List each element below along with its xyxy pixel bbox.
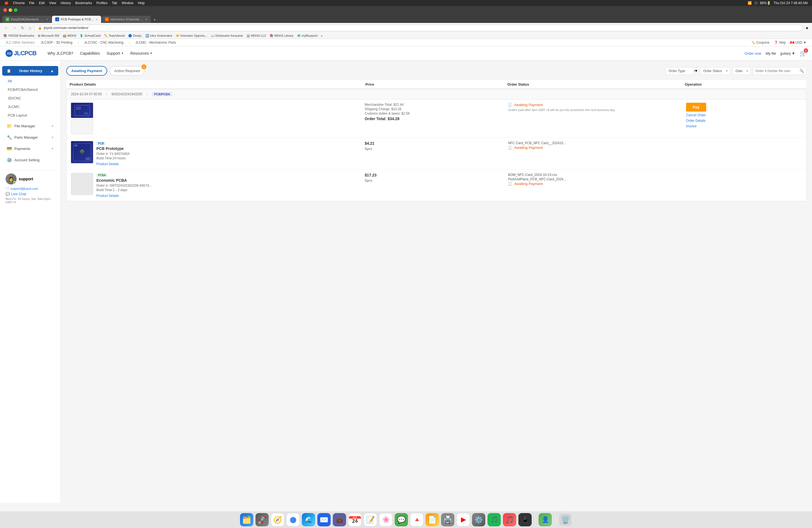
- order-number: W202410241943255: [112, 92, 142, 96]
- tab-electronics[interactable]: ⚡ electronics (Channel) - Hack... ✕: [102, 16, 151, 23]
- pcb-row: 🌳 PCB PCB Prototype Order #: Y1-8457440A…: [71, 141, 802, 166]
- help-link[interactable]: ❓ Help: [774, 41, 786, 44]
- nav-resources[interactable]: Resources ▼: [130, 47, 153, 60]
- tab-easyeda[interactable]: E EasyEDA(Standard) - A Simp... ✕: [2, 16, 52, 23]
- pcba-product-details-link[interactable]: Product Details: [97, 194, 119, 198]
- sub-item-pcba: PCBA Economic PCBA Order #: SMT024102362…: [67, 169, 806, 201]
- sidebar-item-filemanager[interactable]: 📁 File Manager ▼: [2, 121, 58, 131]
- main-content: Awaiting Payment Action Required 1 Order…: [61, 60, 812, 503]
- view-menu[interactable]: View: [49, 1, 56, 5]
- nav-capabilities[interactable]: Capabilities: [80, 47, 100, 60]
- order-status-col: 🧾 Awaiting Payment Orders paid after 6pm…: [508, 103, 682, 112]
- order-status-filter[interactable]: Order Status: [700, 67, 730, 75]
- support-email-link[interactable]: ✉️ support@jlcpcb.com: [5, 187, 55, 190]
- bookmark-volunteer[interactable]: 🤝 Volunteer Opportu...: [176, 34, 208, 38]
- jlcpcb-logo[interactable]: J@ JLCPCB: [5, 46, 37, 60]
- back-button[interactable]: ←: [3, 25, 10, 31]
- status-payment-icon: 🧾: [508, 103, 512, 107]
- new-tab-button[interactable]: +: [151, 16, 158, 23]
- sidebar-item-all[interactable]: All: [0, 77, 60, 85]
- history-menu[interactable]: History: [61, 1, 71, 5]
- tab-close-easyeda[interactable]: ✕: [46, 18, 48, 21]
- coupons-link[interactable]: 🏷️ Coupons: [751, 41, 769, 44]
- cart-button[interactable]: 🛒 0: [800, 50, 807, 57]
- sidebar-item-partsmanager[interactable]: 🔧 Parts Manager ▼: [2, 132, 58, 143]
- merchandise-total: Merchandise Total: $21.44: [365, 103, 504, 107]
- sidebar-order-history[interactable]: 📋 Order History ▲: [2, 66, 58, 76]
- bookmark-mdhsllc[interactable]: 🏢 MDHS LLC: [246, 34, 266, 38]
- profiles-menu[interactable]: Profiles: [97, 1, 107, 5]
- tab-close-electronics[interactable]: ✕: [145, 18, 147, 21]
- nav-support[interactable]: Support ▼: [106, 47, 124, 60]
- bookmarks-menu[interactable]: Bookmarks: [75, 1, 92, 5]
- sidebar-item-accountsetting[interactable]: ⚙️ Account Setting: [2, 155, 58, 165]
- tab-awaiting-payment[interactable]: Awaiting Payment: [66, 66, 107, 76]
- sidebar-item-pcb[interactable]: PCB/PCBA/Stencil: [0, 85, 60, 94]
- apple-menu[interactable]: 🍎: [4, 1, 9, 5]
- date-filter[interactable]: Date: [733, 67, 751, 75]
- pcb-type-badge: PCB: [97, 142, 105, 145]
- pcba-product-name: Economic PCBA: [97, 178, 360, 182]
- tab-close-jlcpcb[interactable]: ✕: [96, 18, 98, 21]
- bookmark-schoolcash[interactable]: 💲 SchoolCash: [79, 34, 101, 38]
- bookmark-m365[interactable]: ⊞ Microsoft 365: [38, 34, 59, 38]
- service-jlcmc[interactable]: JLCMC - Mechatronic Parts: [135, 41, 176, 44]
- home-button[interactable]: ⌂: [28, 25, 32, 31]
- pcb-product-details-link[interactable]: Product Details: [97, 162, 119, 166]
- help-menu[interactable]: Help: [138, 1, 145, 5]
- bookmark-star-icon[interactable]: ★: [806, 26, 809, 30]
- support-hours: Mon-Fri: 24 hours, Sat: 9am-6pm, GMT+8: [5, 197, 55, 204]
- pcba-product-info: PCBA Economic PCBA Order #: SMT024102362…: [97, 173, 360, 198]
- close-window-button[interactable]: [3, 8, 7, 12]
- sidebar-item-jlcmc[interactable]: JLCMC: [0, 102, 60, 111]
- bookmark-utex[interactable]: 🔤 Utex Grammaire: [145, 34, 172, 38]
- pcba-status-files1: BOM_NFC-Card_2024-10-23.csv: [508, 173, 682, 177]
- maximize-window-button[interactable]: [14, 8, 17, 12]
- order-filter-bar: Awaiting Payment Action Required 1 Order…: [66, 66, 807, 76]
- service-cnc[interactable]: JLCCNC - CNC Machining: [84, 41, 124, 44]
- window-menu[interactable]: Window: [121, 1, 133, 5]
- order-details-link[interactable]: Order Details: [686, 119, 706, 122]
- url-bar[interactable]: 🔒 jlcpcb.com/user-center/orders/: [34, 25, 803, 31]
- bookmark-mdhslib[interactable]: 📚 MDHS Library: [270, 34, 293, 38]
- service-label: JLC Other Services:: [5, 41, 35, 44]
- tab-jlcpcb[interactable]: J PCB Prototype & PCB Fabric... ✕: [52, 16, 101, 23]
- nav-why-jlcpcb[interactable]: Why JLCPCB?: [47, 47, 73, 60]
- tab-menu[interactable]: Tab: [112, 1, 117, 5]
- product-placeholder: [71, 119, 93, 134]
- th-price: Price: [365, 82, 507, 86]
- bookmark-dict[interactable]: 📖 Dictionaire française: [211, 34, 243, 38]
- bookmark-mybp[interactable]: 🗺️ myBlueprint: [297, 34, 318, 38]
- reload-button[interactable]: ↻: [20, 25, 25, 31]
- minimize-window-button[interactable]: [9, 8, 12, 12]
- bookmark-yrdsb[interactable]: 📚 YRDSB Bookmarks: [3, 34, 34, 38]
- order-search-input[interactable]: [755, 69, 800, 73]
- user-menu-button[interactable]: jjulianj ▼: [781, 52, 795, 56]
- pay-button[interactable]: Pay: [686, 103, 706, 112]
- my-file-button[interactable]: My file: [766, 52, 776, 56]
- bookmark-mdhs[interactable]: 🏫 MDHS: [63, 34, 76, 38]
- bookmarks-more[interactable]: »: [321, 34, 323, 38]
- pcb-product-col: 🌳 PCB PCB Prototype Order #: Y1-8457440A…: [71, 141, 360, 166]
- edit-menu[interactable]: Edit: [39, 1, 45, 5]
- invoice-link[interactable]: Invoice: [686, 124, 697, 128]
- forward-button[interactable]: →: [12, 25, 18, 31]
- file-menu[interactable]: File: [29, 1, 34, 5]
- sidebar-item-pcblayout[interactable]: PCB Layout: [0, 111, 60, 120]
- search-icon[interactable]: 🔍: [800, 69, 804, 73]
- support-avatar-row: 👩 support: [5, 173, 55, 185]
- order-now-button[interactable]: Order now: [744, 52, 762, 56]
- order-type-filter[interactable]: Order Type PCB PCBA: [666, 67, 694, 75]
- live-chat-link[interactable]: 💬 Live Chat: [5, 192, 55, 196]
- bookmark-deepl[interactable]: 🔵 DeepL: [128, 34, 142, 38]
- bookmark-teachassist[interactable]: ✏️ TeachAssist: [104, 34, 125, 38]
- service-3d[interactable]: JLC3DP - 3D Printing: [41, 41, 72, 44]
- sidebar-item-3dcnc[interactable]: 3D/CNC: [0, 94, 60, 102]
- cancel-order-link[interactable]: Cancel Order: [686, 113, 706, 117]
- order-card-1-header: 2024-10-24 07:45:50 | W202410241943255 |…: [67, 89, 806, 99]
- chrome-menu[interactable]: Chrome: [13, 1, 25, 5]
- sidebar-item-payments[interactable]: 💳 Payments ▼: [2, 143, 58, 154]
- currency-selector[interactable]: 🇨🇦 USD ▼: [790, 41, 807, 44]
- tab-action-required[interactable]: Action Required 1: [110, 66, 145, 76]
- order-history-label: Order History: [19, 69, 42, 73]
